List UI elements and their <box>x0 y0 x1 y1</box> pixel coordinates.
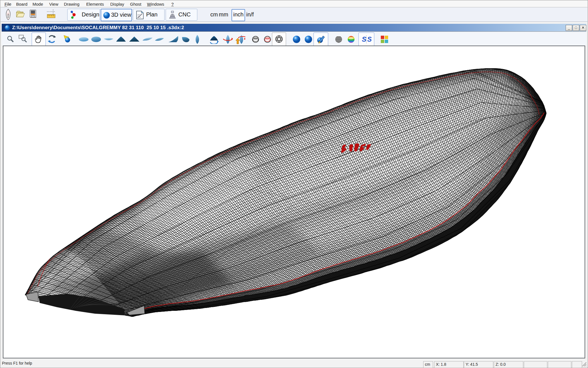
svg-text:S: S <box>367 35 371 43</box>
svg-text:S: S <box>362 35 366 43</box>
